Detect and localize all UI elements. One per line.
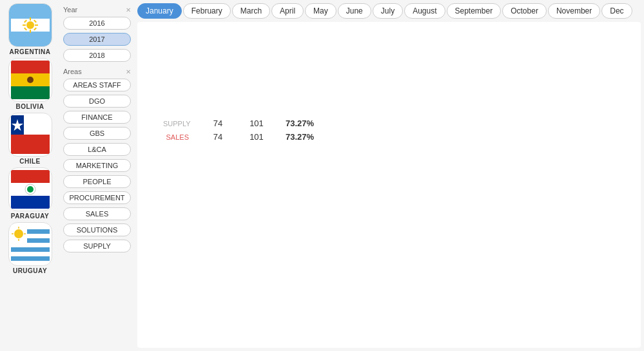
svg-rect-2 <box>11 32 50 44</box>
tab-february[interactable]: February <box>183 3 231 19</box>
supply-row: SUPPLY 74 101 73.27% <box>163 119 628 128</box>
paraguay-label: PARAGUAY <box>11 213 50 220</box>
month-tabs: January February March April May June Ju… <box>134 0 644 19</box>
year-2018-btn[interactable]: 2018 <box>63 49 131 62</box>
svg-rect-29 <box>11 247 50 252</box>
argentina-label: ARGENTINA <box>10 48 51 55</box>
country-item-paraguay[interactable]: PARAGUAY <box>3 167 57 220</box>
svg-rect-7 <box>35 24 38 26</box>
areas-section-label: Areas ✕ <box>63 68 131 75</box>
sales-label: SALES <box>163 133 189 141</box>
uruguay-label: URUGUAY <box>13 267 47 274</box>
country-item-uruguay[interactable]: URUGUAY <box>3 222 57 274</box>
chile-flag <box>8 113 52 157</box>
area-dgo-btn[interactable]: DGO <box>63 95 131 108</box>
year-clear-icon[interactable]: ✕ <box>126 6 131 14</box>
svg-rect-5 <box>30 30 31 33</box>
country-item-bolivia[interactable]: BOLIVIA <box>3 58 57 110</box>
area-solutions-btn[interactable]: SOLUTIONS <box>63 223 131 236</box>
country-item-argentina[interactable]: ARGENTINA <box>3 3 57 55</box>
svg-rect-21 <box>11 170 50 183</box>
tab-january[interactable]: January <box>137 3 182 19</box>
areas-clear-icon[interactable]: ✕ <box>126 68 131 75</box>
area-areas-staff-btn[interactable]: AREAS STAFF <box>63 79 131 91</box>
svg-rect-6 <box>23 24 26 26</box>
tab-october[interactable]: October <box>502 3 547 19</box>
country-item-chile[interactable]: CHILE <box>3 113 57 165</box>
tab-march[interactable]: March <box>232 3 270 19</box>
tab-dec[interactable]: Dec <box>601 3 632 19</box>
tab-june[interactable]: June <box>338 3 371 19</box>
data-table: SUPPLY 74 101 73.27% SALES 74 101 73.27% <box>163 119 628 142</box>
areas-label: Areas <box>63 68 82 75</box>
main-content: January February March April May June Ju… <box>134 0 644 351</box>
svg-rect-18 <box>11 135 50 154</box>
area-lca-btn[interactable]: L&CA <box>63 143 131 156</box>
supply-val2: 101 <box>247 119 266 128</box>
filters-panel: Year ✕ 2016 2017 2018 Areas ✕ AREAS STAF… <box>60 0 134 351</box>
svg-rect-4 <box>30 17 31 21</box>
tab-september[interactable]: September <box>447 3 502 19</box>
data-area: SUPPLY 74 101 73.27% SALES 74 101 73.27% <box>137 22 641 348</box>
paraguay-flag <box>8 167 52 211</box>
tab-november[interactable]: November <box>548 3 600 19</box>
bolivia-flag <box>8 58 52 102</box>
svg-rect-30 <box>11 256 50 261</box>
area-finance-btn[interactable]: FINANCE <box>63 111 131 124</box>
supply-val1: 74 <box>208 119 228 128</box>
sales-row: SALES 74 101 73.27% <box>163 132 628 142</box>
uruguay-flag <box>8 222 52 266</box>
tab-april[interactable]: April <box>271 3 304 19</box>
tab-august[interactable]: August <box>404 3 445 19</box>
svg-rect-23 <box>11 196 50 209</box>
area-people-btn[interactable]: PEOPLE <box>63 175 131 188</box>
svg-point-25 <box>27 186 34 193</box>
year-label: Year <box>63 6 77 14</box>
sales-pct: 73.27% <box>286 132 314 142</box>
tab-may[interactable]: May <box>305 3 337 19</box>
area-procurement-btn[interactable]: PROCUREMENT <box>63 191 131 204</box>
year-section-label: Year ✕ <box>63 6 131 14</box>
country-sidebar: ARGENTINA BOLIVIA <box>0 0 60 351</box>
svg-point-3 <box>26 21 34 29</box>
svg-point-16 <box>27 77 34 83</box>
sales-val2: 101 <box>247 132 266 142</box>
area-sales-btn[interactable]: SALES <box>63 207 131 220</box>
year-2017-btn[interactable]: 2017 <box>63 33 131 46</box>
svg-rect-14 <box>11 86 50 99</box>
svg-point-32 <box>14 229 23 238</box>
area-supply-btn[interactable]: SUPPLY <box>63 240 131 252</box>
bolivia-label: BOLIVIA <box>15 103 44 110</box>
sales-val1: 74 <box>208 132 228 142</box>
supply-pct: 73.27% <box>286 119 314 128</box>
svg-rect-0 <box>11 6 50 19</box>
argentina-flag <box>8 3 52 47</box>
area-marketing-btn[interactable]: MARKETING <box>63 159 131 172</box>
supply-label: SUPPLY <box>163 120 189 128</box>
chile-label: CHILE <box>19 158 41 165</box>
year-2016-btn[interactable]: 2016 <box>63 17 131 30</box>
tab-july[interactable]: July <box>373 3 403 19</box>
area-gbs-btn[interactable]: GBS <box>63 127 131 140</box>
svg-rect-12 <box>11 61 50 73</box>
